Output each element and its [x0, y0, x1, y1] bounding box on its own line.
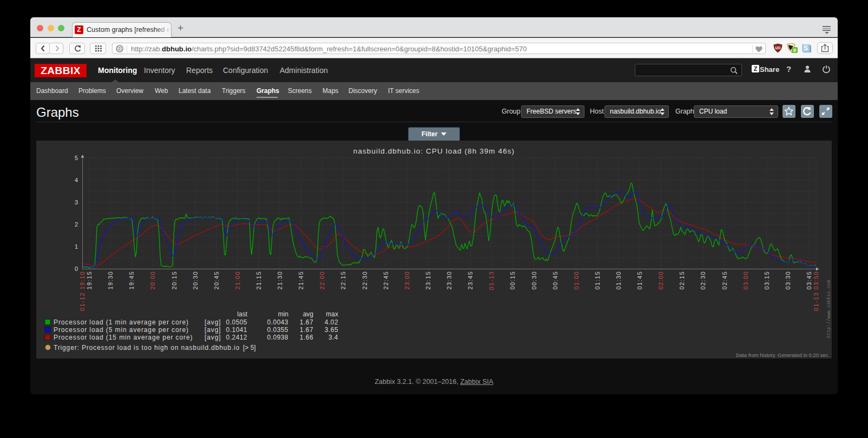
svg-text:20:15: 20:15: [171, 271, 177, 290]
svg-text:00:30: 00:30: [531, 271, 537, 290]
svg-text:[avg]: [avg]: [205, 334, 221, 341]
svg-text:01-13: 01-13: [488, 271, 495, 290]
svg-text:21:15: 21:15: [255, 271, 262, 290]
svg-text:S: S: [804, 44, 808, 52]
svg-text:4: 4: [75, 177, 78, 183]
svg-text:02:30: 02:30: [700, 271, 706, 290]
svg-text:19:30: 19:30: [107, 271, 114, 290]
svg-text:20:00: 20:00: [149, 271, 156, 290]
svg-text:min: min: [278, 310, 288, 318]
svg-text:1.67: 1.67: [300, 318, 313, 326]
svg-text:UO: UO: [775, 46, 781, 50]
svg-text:nasbuild.dbhub.io: CPU load (8: nasbuild.dbhub.io: CPU load (8h 39m 46s): [353, 147, 515, 155]
svg-text:21:30: 21:30: [277, 271, 283, 290]
svg-text:[avg]: [avg]: [205, 318, 221, 326]
svg-text:[avg]: [avg]: [205, 326, 221, 334]
svg-text:2: 2: [75, 221, 78, 228]
svg-text:23:30: 23:30: [446, 271, 452, 290]
svg-text:00:15: 00:15: [509, 271, 516, 290]
svg-text:01:45: 01:45: [636, 271, 643, 290]
svg-text:01-12 19:10: 01-12 19:10: [79, 271, 86, 311]
svg-text:22:30: 22:30: [361, 271, 368, 290]
svg-text:3: 3: [75, 199, 78, 205]
svg-text:0.1041: 0.1041: [226, 326, 247, 334]
svg-text:23:45: 23:45: [467, 271, 474, 290]
svg-text:21:00: 21:00: [234, 271, 241, 290]
svg-text:20:45: 20:45: [213, 271, 220, 290]
svg-text:last: last: [237, 310, 247, 318]
svg-text:5: 5: [75, 155, 78, 161]
svg-text:3.4: 3.4: [328, 334, 338, 341]
svg-text:03:15: 03:15: [764, 271, 770, 290]
svg-text:02:00: 02:00: [657, 271, 664, 290]
svg-text:1.66: 1.66: [300, 334, 313, 341]
svg-text:0.0043: 0.0043: [267, 318, 288, 326]
svg-text:19:15: 19:15: [86, 271, 93, 290]
svg-text:22:15: 22:15: [340, 271, 346, 290]
svg-text:01:30: 01:30: [615, 271, 622, 290]
svg-text:02:45: 02:45: [721, 271, 728, 290]
svg-text:0.0505: 0.0505: [226, 318, 247, 326]
svg-text:21:45: 21:45: [298, 271, 304, 290]
svg-text:0: 0: [793, 48, 796, 53]
svg-text:19:45: 19:45: [128, 271, 135, 290]
svg-text:00:45: 00:45: [552, 271, 558, 290]
svg-text:Trigger: Processor load is too: Trigger: Processor load is too high on n…: [54, 344, 240, 351]
svg-text:http://www.zabbix.com: http://www.zabbix.com: [826, 280, 832, 338]
svg-text:Processor load (5 min average: Processor load (5 min average per core): [54, 326, 189, 334]
svg-text:01-13 03:50: 01-13 03:50: [813, 271, 819, 311]
svg-text:3.65: 3.65: [325, 326, 338, 334]
svg-text:max: max: [326, 310, 338, 318]
svg-text:0.0938: 0.0938: [267, 334, 288, 341]
svg-text:Processor load (1 min average: Processor load (1 min average per core): [54, 318, 189, 326]
svg-text:20:30: 20:30: [192, 271, 199, 290]
svg-text:03:45: 03:45: [806, 271, 812, 290]
svg-text:22:00: 22:00: [319, 271, 325, 290]
svg-text:1: 1: [75, 243, 78, 250]
svg-text:01:00: 01:00: [573, 271, 580, 290]
svg-text:Data from history. Generated i: Data from history. Generated in 0.20 sec…: [736, 352, 830, 358]
svg-text:22:45: 22:45: [383, 271, 389, 290]
svg-text:02:15: 02:15: [679, 271, 685, 290]
svg-text:03:30: 03:30: [785, 271, 791, 290]
svg-text:0.2412: 0.2412: [226, 334, 247, 341]
svg-text:0.0355: 0.0355: [267, 326, 288, 334]
svg-text:4.02: 4.02: [325, 318, 338, 326]
svg-text:avg: avg: [303, 310, 313, 318]
svg-text:23:15: 23:15: [425, 271, 431, 290]
svg-text:1.67: 1.67: [300, 326, 313, 334]
svg-text:Processor load (15 min average: Processor load (15 min average per core): [54, 334, 193, 341]
svg-text:[> 5]: [> 5]: [243, 344, 256, 351]
svg-text:03:00: 03:00: [742, 271, 749, 290]
svg-text:23:00: 23:00: [404, 271, 410, 290]
svg-text:01:15: 01:15: [594, 271, 601, 290]
svg-text:0: 0: [75, 266, 78, 272]
